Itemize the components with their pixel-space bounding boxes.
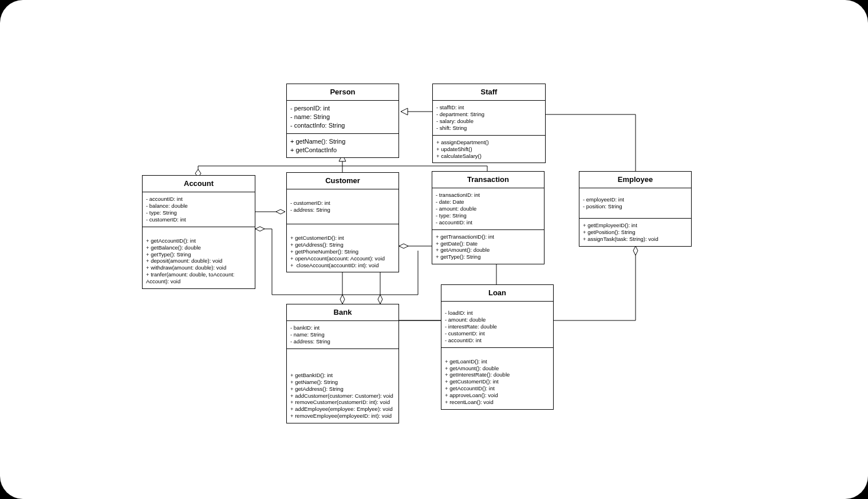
rel-employee-staff [546,114,636,172]
class-staff-methods: + assignDepartment() + updateShift() + c… [433,136,545,163]
class-customer: Customer - customerID: int - address: St… [286,172,399,272]
svg-marker-12 [255,227,265,231]
class-customer-methods: + getCustomerID(): int + getAddress(): S… [287,224,399,272]
class-employee-attributes: - employeeID: int - position: String [579,188,691,219]
class-person-name: Person [287,84,399,101]
class-loan-methods: + getLoanID(): int + getAmount(): double… [441,348,553,409]
class-bank-methods: + getBankID(): int + getName(): String +… [287,349,399,423]
class-account: Account - accountID: int - balance: doub… [142,175,255,289]
class-person-methods: + getName(): String + getContactInfo [287,134,399,158]
class-loan: Loan - loadID: int - amount: double - in… [441,284,554,410]
diagram-page: { "diagram": { "title_fragment": "…… Dia… [0,0,868,499]
uml-canvas: …… Diagram for Bank Management [0,0,868,499]
class-account-methods: + getAccountID(): int + getBalance(): do… [143,227,255,288]
class-employee: Employee - employeeID: int - position: S… [579,171,692,247]
class-transaction: Transaction - transactionID: int - date:… [432,171,545,264]
svg-marker-16 [340,295,345,304]
class-bank-attributes: - bankID: int - name: String - address: … [287,321,399,349]
class-person-attributes: - personID: int - name: String - contact… [287,101,399,134]
class-staff-name: Staff [433,84,545,101]
class-employee-name: Employee [579,172,691,188]
svg-marker-19 [378,295,382,304]
class-transaction-attributes: - transactionID: int - date: Date - amou… [432,188,544,229]
class-account-attributes: - accountID: int - balance: double - typ… [143,192,255,227]
class-loan-attributes: - loadID: int - amount: double - interes… [441,302,553,347]
svg-marker-14 [399,244,408,248]
class-account-name: Account [143,176,255,192]
class-bank-name: Bank [287,304,399,321]
svg-marker-20 [633,246,638,255]
svg-marker-1 [401,108,408,115]
rel-account-customer-2 [255,227,272,295]
class-staff-attributes: - staffID: int - department: String - sa… [433,101,545,136]
class-customer-attributes: - customerID: int - address: String [287,189,399,224]
class-transaction-name: Transaction [432,172,544,188]
class-transaction-methods: + getTransactionID(): int + getDate(): D… [432,230,544,264]
rel-transaction-customer [399,244,432,248]
rel-customer-account [255,209,285,214]
class-loan-name: Loan [441,285,553,302]
class-staff: Staff - staffID: int - department: Strin… [432,84,546,163]
class-person: Person - personID: int - name: String - … [286,84,399,158]
class-employee-methods: + getEmployeeID(): int + getPosition(): … [579,219,691,246]
svg-marker-9 [276,209,285,214]
rel-staff-person [401,108,432,115]
class-bank: Bank - bankID: int - name: String - addr… [286,304,399,423]
class-customer-name: Customer [287,173,399,189]
